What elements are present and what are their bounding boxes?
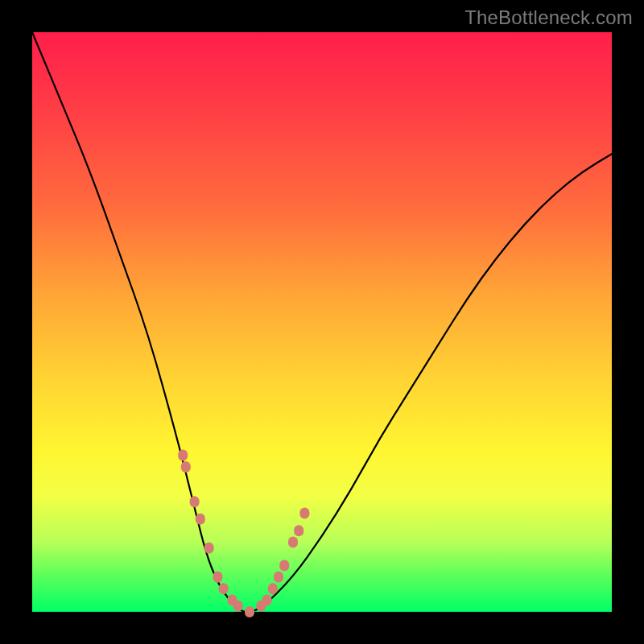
highlight-dot bbox=[268, 583, 278, 594]
highlight-dot bbox=[299, 508, 309, 519]
bottleneck-curve-path bbox=[32, 32, 612, 612]
curve-layer bbox=[32, 32, 612, 612]
highlight-dot bbox=[219, 583, 229, 594]
plot-area bbox=[32, 32, 612, 612]
highlight-dot bbox=[288, 537, 298, 548]
highlight-dot bbox=[190, 496, 200, 507]
highlight-dot bbox=[274, 572, 283, 583]
highlight-dot bbox=[294, 525, 303, 536]
highlight-dots-group bbox=[178, 450, 309, 617]
watermark-text: TheBottleneck.com bbox=[464, 6, 633, 29]
highlight-dot bbox=[233, 601, 243, 612]
highlight-dot bbox=[213, 572, 222, 583]
highlight-dot bbox=[181, 461, 191, 473]
highlight-dot bbox=[204, 543, 214, 554]
highlight-dot bbox=[262, 595, 272, 606]
highlight-dot bbox=[245, 606, 254, 617]
chart-frame: TheBottleneck.com bbox=[0, 0, 644, 644]
highlight-dot bbox=[279, 559, 289, 571]
highlight-dot bbox=[178, 450, 188, 461]
highlight-dot bbox=[196, 514, 205, 525]
